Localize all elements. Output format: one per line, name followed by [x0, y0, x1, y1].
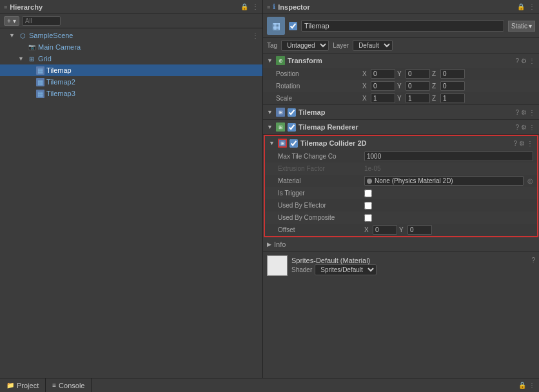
offset-row: Offset X Y: [265, 224, 537, 236]
tilemap-renderer-more-icon[interactable]: ⋮: [529, 124, 535, 131]
hierarchy-header: ≡ Hierarchy 🔒 ⋮: [0, 0, 262, 14]
grid-icon: ⊞: [27, 54, 36, 63]
bottom-right: 🔒 ⋮: [514, 378, 539, 392]
rotation-z-label: Z: [432, 83, 438, 90]
hierarchy-more-icon[interactable]: ⋮: [252, 3, 259, 10]
object-name-field[interactable]: [301, 20, 504, 32]
is-trigger-label: Is Trigger: [278, 190, 362, 197]
tilemap3-item[interactable]: ▦ Tilemap3: [0, 88, 262, 99]
scene-icon: ⬡: [18, 31, 27, 40]
search-input[interactable]: [22, 16, 61, 26]
tilemap-renderer-header[interactable]: ▼ ⊞ Tilemap Renderer ? ⚙ ⋮: [263, 120, 539, 134]
rotation-x-label: X: [362, 83, 369, 90]
transform-more-icon[interactable]: ⋮: [529, 57, 535, 64]
tilemap-renderer-checkbox[interactable]: [288, 123, 296, 132]
hierarchy-lock-icon[interactable]: 🔒: [240, 3, 248, 10]
used-by-composite-checkbox[interactable]: [364, 214, 372, 222]
grid-item[interactable]: ▼ ⊞ Grid: [0, 53, 262, 64]
material-thumbnail[interactable]: [267, 255, 288, 276]
tilemap-collider-more-icon[interactable]: ⋮: [527, 140, 533, 147]
material-field[interactable]: None (Physics Material 2D): [364, 176, 524, 186]
tag-select[interactable]: Untagged: [281, 40, 329, 51]
scale-x-field[interactable]: [371, 93, 395, 103]
tag-layer-row: Tag Untagged Layer Default: [263, 38, 539, 54]
console-tab[interactable]: ≡ Console: [46, 378, 92, 392]
tilemap-item[interactable]: ▦ Tilemap: [0, 64, 262, 76]
tilemap2-item[interactable]: ▦ Tilemap2: [0, 76, 262, 88]
tilemap-more-icon[interactable]: ⋮: [529, 109, 535, 116]
hierarchy-panel: ≡ Hierarchy 🔒 ⋮ + ▾ ▼ ⬡ SampleScene ⋮: [0, 0, 263, 378]
scale-x-label: X: [362, 95, 369, 102]
offset-y-field[interactable]: [407, 225, 432, 235]
rotation-coords: X Y Z: [362, 81, 465, 91]
tilemap-collider-checkbox[interactable]: [289, 139, 298, 148]
object-active-checkbox[interactable]: [289, 22, 297, 30]
tilemap-collider-header[interactable]: ▼ ⊞ Tilemap Collider 2D ? ⚙ ⋮: [265, 136, 537, 150]
offset-y-label: Y: [399, 226, 406, 233]
inspector-more-icon[interactable]: ⋮: [529, 3, 535, 10]
tilemap-collider-help-icon[interactable]: ?: [513, 140, 517, 147]
tilemap-collider-arrow-icon: ▼: [269, 140, 275, 146]
tilemap-component-header[interactable]: ▼ ⊞ Tilemap ? ⚙ ⋮: [263, 105, 539, 119]
tilemap3-icon: ▦: [36, 90, 44, 98]
main-camera-item[interactable]: 📷 Main Camera: [0, 41, 262, 53]
tilemap-label: Tilemap: [46, 66, 72, 74]
material-info: Sprites-Default (Material) ? Shader Spri…: [291, 257, 535, 275]
transform-settings-icon[interactable]: ⚙: [521, 57, 527, 64]
info-row[interactable]: ▶ Info: [263, 237, 539, 251]
material-pick-icon[interactable]: ◎: [527, 177, 533, 184]
tilemap-renderer-icon: ⊞: [276, 122, 285, 132]
static-arrow-icon: ▾: [529, 23, 532, 30]
tilemap-collider-section: ▼ ⊞ Tilemap Collider 2D ? ⚙ ⋮ Max Tile C…: [264, 135, 538, 237]
bottom-lock-icon[interactable]: 🔒: [518, 382, 526, 389]
is-trigger-checkbox[interactable]: [364, 190, 372, 197]
scene-more-icon[interactable]: ⋮: [252, 32, 259, 39]
add-button[interactable]: + ▾: [4, 16, 19, 26]
rotation-x-field[interactable]: [371, 81, 395, 91]
tilemap-collider-settings-icon[interactable]: ⚙: [519, 140, 525, 147]
inspector-header: ≡ ℹ Inspector 🔒 ⋮: [263, 0, 539, 14]
layer-select[interactable]: Default: [353, 40, 393, 51]
info-label: Info: [274, 240, 286, 248]
scale-y-field[interactable]: [406, 93, 430, 103]
transform-help-icon[interactable]: ?: [515, 57, 519, 64]
max-tile-field[interactable]: [364, 152, 533, 161]
used-by-effector-checkbox[interactable]: [364, 202, 372, 210]
transform-header[interactable]: ▼ ⊕ Transform ? ⚙ ⋮: [263, 54, 539, 68]
inspector-content: ▦ Static ▾ Tag Untagged Layer Default: [263, 14, 539, 378]
project-tab[interactable]: 📁 Project: [0, 378, 46, 392]
extrusion-row: Extrusion Factor 1e-05: [265, 162, 537, 175]
inspector-lock-icon[interactable]: 🔒: [517, 3, 525, 10]
max-tile-row: Max Tile Change Co: [265, 150, 537, 162]
scene-item[interactable]: ▼ ⬡ SampleScene ⋮: [0, 30, 262, 41]
bottom-more-icon[interactable]: ⋮: [529, 382, 535, 389]
scale-y-label: Y: [397, 95, 404, 102]
position-y-field[interactable]: [406, 69, 430, 79]
material-bottom-section: Sprites-Default (Material) ? Shader Spri…: [263, 251, 539, 279]
tilemap-help-icon[interactable]: ?: [515, 109, 519, 116]
tilemap-renderer-help-icon[interactable]: ?: [515, 124, 519, 131]
position-z-field[interactable]: [440, 69, 465, 79]
rotation-z-field[interactable]: [440, 81, 465, 91]
tilemap-settings-icon[interactable]: ⚙: [521, 109, 527, 116]
material-help-icon[interactable]: ?: [531, 257, 535, 264]
console-label: Console: [59, 382, 84, 389]
tilemap-renderer-settings-icon[interactable]: ⚙: [521, 124, 527, 131]
tilemap-component-icon: ⊞: [276, 108, 285, 117]
tilemap-component-checkbox[interactable]: [288, 108, 296, 117]
static-button[interactable]: Static ▾: [508, 21, 535, 32]
position-y-label: Y: [397, 70, 404, 77]
offset-coords: X Y: [364, 225, 432, 235]
camera-icon: 📷: [27, 43, 36, 52]
rotation-y-field[interactable]: [406, 81, 430, 91]
transform-arrow-icon: ▼: [267, 57, 273, 64]
extrusion-label: Extrusion Factor: [278, 165, 362, 172]
position-x-field[interactable]: [371, 69, 395, 79]
shader-select[interactable]: Sprites/Default: [315, 264, 377, 275]
tag-label: Tag: [267, 42, 277, 49]
position-coords: X Y Z: [362, 69, 465, 79]
inspector-title: Inspector: [278, 3, 310, 11]
offset-x-field[interactable]: [373, 225, 397, 235]
inspector-panel: ≡ ℹ Inspector 🔒 ⋮ ▦ Static ▾: [263, 0, 539, 378]
scale-z-field[interactable]: [440, 93, 465, 103]
